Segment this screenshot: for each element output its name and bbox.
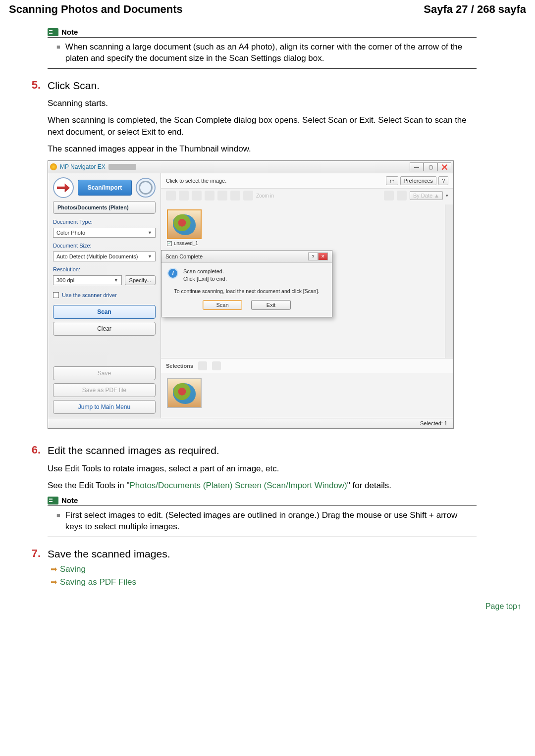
thumb-size-large-icon[interactable]: [397, 191, 407, 201]
specify-button[interactable]: Specify...: [125, 275, 156, 285]
disc-icon[interactable]: [136, 178, 156, 198]
titlebar: MP Navigator EX — ▢ ❌: [48, 161, 453, 173]
dialog-exit-button[interactable]: Exit: [251, 300, 291, 310]
dialog-line2: Click [Exit] to end.: [183, 275, 227, 282]
note-label: Note: [61, 28, 78, 36]
arrow-icon: ➡: [51, 577, 57, 587]
tool-icon[interactable]: [217, 191, 227, 201]
step-6: 6. Edit the scanned images as required.: [28, 444, 477, 457]
info-icon: i: [167, 268, 178, 279]
checkbox-icon: [53, 292, 59, 298]
combo-resolution[interactable]: 300 dpi▼: [53, 275, 122, 285]
tool-icon[interactable]: [166, 191, 176, 201]
page-indicator: Sayfa 27 / 268 sayfa: [424, 3, 526, 16]
page-top-link[interactable]: Page top↑: [9, 602, 526, 611]
step-title: Edit the scanned images as required.: [48, 444, 219, 457]
scan-complete-dialog: Scan Complete ? ✕ i: [161, 250, 332, 317]
tab-photos-documents[interactable]: Photos/Documents (Platen): [53, 201, 156, 214]
status-bar: Selected: 1: [48, 418, 453, 428]
step5-p1: Scanning starts.: [48, 98, 477, 109]
thumbnail-check-icon[interactable]: ✓: [167, 241, 172, 246]
dialog-title: Scan Complete: [165, 253, 203, 259]
chevron-down-icon: ▼: [148, 254, 152, 259]
scan-import-button[interactable]: Scan/Import: [78, 180, 132, 196]
step-title: Save the scanned images.: [48, 547, 170, 561]
chevron-down-icon: ▼: [148, 230, 152, 235]
scan-arrow-icon: [53, 177, 74, 198]
thumbnail-name: unsaved_1: [174, 241, 198, 246]
step-7: 7. Save the scanned images.: [28, 547, 477, 561]
step-title: Click Scan.: [48, 79, 100, 93]
version-box: [108, 164, 136, 170]
tool-icon[interactable]: [192, 191, 202, 201]
note-block-1: Note ■ When scanning a large document (s…: [48, 28, 477, 69]
note-label: Note: [61, 496, 78, 504]
right-pane: Click to select the image. ↑↑ Preference…: [161, 173, 453, 418]
edit-toolbar: Zoom in By Date ▲ ▾: [161, 189, 453, 204]
dialog-subtext: To continue scanning, load the next docu…: [167, 288, 326, 294]
tool-icon[interactable]: [243, 191, 253, 201]
note-icon: [48, 28, 58, 36]
window-maximize[interactable]: ▢: [424, 162, 437, 171]
dialog-help-icon[interactable]: ?: [308, 252, 318, 260]
scan-button[interactable]: Scan: [53, 305, 156, 319]
step-number: 6.: [28, 444, 41, 457]
label-doc-type: Document Type:: [53, 219, 156, 225]
label-doc-size: Document Size:: [53, 243, 156, 249]
thumbnail-area[interactable]: ✓ unsaved_1 Scan Complete ?: [161, 204, 453, 358]
tool-icon[interactable]: [179, 191, 189, 201]
page-title: Scanning Photos and Documents: [9, 3, 183, 16]
guide-button[interactable]: ↑↑: [386, 176, 398, 185]
step6-p2: See the Edit Tools in "Photos/Documents …: [48, 480, 477, 492]
tool-icon[interactable]: [205, 191, 214, 201]
link-saving-pdf[interactable]: ➡ Saving as PDF Files: [51, 577, 477, 587]
thumbnail-image: [167, 209, 202, 239]
window-minimize[interactable]: —: [410, 162, 424, 171]
selections-grid-icon[interactable]: [198, 361, 207, 370]
bullet-icon: ■: [56, 510, 60, 533]
window-close[interactable]: ❌: [437, 162, 451, 171]
link-saving[interactable]: ➡ Saving: [51, 564, 477, 574]
chevron-down-icon[interactable]: ▾: [446, 193, 448, 198]
selections-label: Selections: [166, 363, 193, 369]
step6-p1: Use Edit Tools to rotate images, select …: [48, 463, 477, 475]
up-arrow-icon: ↑: [517, 602, 521, 610]
thumb-size-small-icon[interactable]: [384, 191, 394, 201]
selections-area[interactable]: [161, 373, 453, 418]
window-title: MP Navigator EX: [60, 163, 106, 170]
step-5: 5. Click Scan.: [28, 79, 477, 93]
save-button: Save: [53, 366, 156, 380]
preferences-button[interactable]: Preferences: [400, 176, 436, 185]
dialog-line1: Scan completed.: [183, 268, 227, 275]
combo-doc-type[interactable]: Color Photo▼: [53, 228, 156, 238]
step-number: 5.: [28, 79, 41, 93]
note-text-2: First select images to edit. (Selected i…: [65, 510, 475, 533]
left-pane: Scan/Import Photos/Documents (Platen) Do…: [48, 173, 161, 418]
save-pdf-button: Save as PDF file: [53, 383, 156, 397]
thumbnail-item[interactable]: ✓ unsaved_1: [167, 209, 202, 246]
app-icon: [50, 163, 57, 170]
dialog-close-icon[interactable]: ✕: [318, 252, 328, 260]
thumbnail-image: [167, 378, 202, 408]
scrollbar[interactable]: [445, 204, 453, 358]
combo-doc-size[interactable]: Auto Detect (Multiple Documents)▼: [53, 252, 156, 261]
sort-button[interactable]: By Date ▲: [410, 191, 443, 200]
note-block-2: Note ■ First select images to edit. (Sel…: [48, 496, 477, 537]
selections-list-icon[interactable]: [212, 361, 221, 370]
tool-icon[interactable]: [230, 191, 240, 201]
note-icon: [48, 497, 58, 504]
clear-button[interactable]: Clear: [53, 322, 156, 336]
hint-text: Click to select the image.: [166, 178, 226, 184]
selection-thumbnail[interactable]: [167, 378, 202, 408]
label-resolution: Resolution:: [53, 266, 83, 272]
use-scanner-driver-checkbox[interactable]: Use the scanner driver: [53, 292, 156, 298]
help-button[interactable]: ?: [438, 176, 448, 185]
zoom-in-label: Zoom in: [256, 193, 274, 199]
step5-p3: The scanned images appear in the Thumbna…: [48, 143, 477, 155]
arrow-icon: ➡: [51, 564, 57, 574]
note-text-1: When scanning a large document (such as …: [65, 42, 475, 64]
link-platen-screen[interactable]: Photos/Documents (Platen) Screen (Scan/I…: [129, 481, 347, 490]
chevron-down-icon: ▼: [114, 278, 118, 283]
dialog-scan-button[interactable]: Scan: [203, 300, 242, 310]
jump-main-menu-button[interactable]: Jump to Main Menu: [53, 400, 156, 414]
